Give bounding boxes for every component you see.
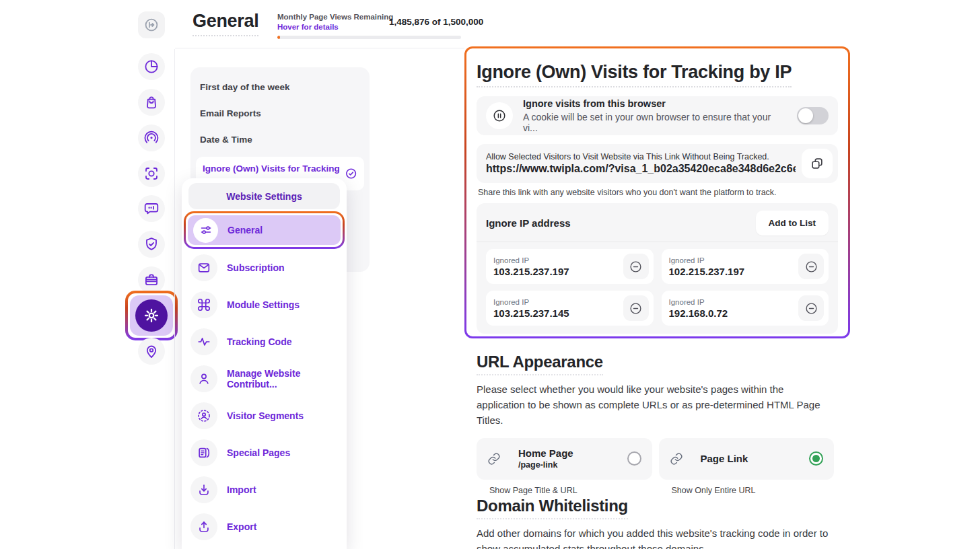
menu-item-tracking-code[interactable]: Tracking Code [188, 328, 340, 355]
copy-icon [810, 156, 825, 171]
ip-list-label: Ignore IP address [486, 217, 571, 229]
ignore-ip-panel: Ignore (Own) Visits for Tracking by IP I… [466, 48, 848, 336]
radar-icon[interactable] [138, 124, 165, 151]
menu-item-export[interactable]: Export [188, 513, 340, 540]
remove-ip-button[interactable] [798, 295, 824, 321]
ip-list-box: Ignore IP address Add to List Ignored IP… [477, 203, 838, 334]
pause-circle-icon [486, 102, 513, 129]
menu-item-label: Visitor Segments [227, 410, 304, 421]
option-caption: Show Only Entire URL [659, 486, 835, 495]
url-appearance-description: Please select whether you would like you… [477, 382, 834, 429]
ignored-ip-value: 192.168.0.72 [669, 307, 728, 319]
ignored-ip-label: Ignored IP [493, 256, 569, 264]
add-to-list-button[interactable]: Add to List [756, 211, 829, 235]
menu-item-label: Module Settings [227, 299, 300, 310]
pulse-icon [190, 328, 217, 355]
annotation-highlight-panel: Ignore (Own) Visits for Tracking by IP I… [464, 46, 850, 338]
rail-divider [174, 49, 175, 549]
settings-item-first-day[interactable]: First day of the week [196, 74, 364, 100]
menu-item-label: General [228, 225, 262, 235]
ip-divider [477, 242, 838, 242]
option-subtitle: /page-link [518, 460, 573, 470]
annotation-highlight-general: General [184, 211, 345, 249]
menu-item-label: Manage Website Contribut... [227, 368, 340, 390]
ignored-ip-label: Ignored IP [669, 256, 745, 264]
domain-whitelisting-description: Add other domains for which you added th… [477, 526, 834, 549]
visitor-segments-icon [190, 402, 217, 429]
usage-progress-bar [277, 36, 461, 39]
usage-progress-fill [277, 36, 280, 39]
import-icon [190, 476, 217, 503]
ignored-ip-card: Ignored IP 103.215.237.145 [486, 291, 654, 326]
browser-toggle-switch[interactable] [797, 107, 829, 124]
special-pages-icon [190, 439, 217, 466]
copy-link-button[interactable] [802, 149, 833, 178]
check-circle-icon [345, 167, 357, 180]
menu-item-manage-contributors[interactable]: Manage Website Contribut... [188, 365, 340, 392]
browser-toggle-row: Ignore visits from this browser A cookie… [477, 96, 838, 135]
page-title: General [193, 11, 258, 36]
minus-circle-icon [629, 301, 643, 316]
icon-rail [0, 0, 174, 549]
menu-item-import[interactable]: Import [188, 476, 340, 503]
minus-circle-icon [804, 260, 818, 274]
pie-chart-icon[interactable] [138, 53, 165, 80]
user-icon [190, 365, 217, 392]
header-divider [175, 48, 464, 48]
ignored-ip-value: 103.215.237.197 [493, 266, 569, 277]
ignored-ip-label: Ignored IP [493, 298, 569, 306]
option-title: Page Link [701, 453, 748, 464]
remove-ip-button[interactable] [623, 295, 649, 321]
settings-item-email-reports[interactable]: Email Reports [196, 100, 364, 126]
menu-item-special-pages[interactable]: Special Pages [188, 439, 340, 466]
menu-header: Website Settings [188, 183, 340, 209]
shopping-bag-icon[interactable] [138, 89, 165, 116]
url-appearance-title: URL Appearance [477, 353, 603, 375]
menu-item-visitor-segments[interactable]: Visitor Segments [188, 402, 340, 429]
menu-item-label: Tracking Code [227, 336, 291, 347]
settings-item-date-time[interactable]: Date & Time [196, 126, 364, 153]
menu-item-module-settings[interactable]: Module Settings [188, 291, 340, 318]
menu-item-subscription[interactable]: Subscription [188, 254, 340, 281]
ignored-ip-value: 102.215.237.197 [669, 266, 745, 277]
envelope-icon [190, 254, 217, 281]
open-panel-arrow-icon[interactable] [138, 11, 165, 38]
url-appearance-section: URL Appearance Please select whether you… [477, 353, 834, 495]
annotation-highlight-settings [125, 291, 178, 340]
option-page-link[interactable]: Page Link [659, 438, 835, 480]
usage-details-link[interactable]: Hover for details [277, 23, 393, 31]
command-icon [190, 291, 217, 318]
link-icon [487, 452, 501, 466]
radio-selected[interactable] [809, 451, 823, 466]
sliders-icon [193, 218, 218, 243]
remove-ip-button[interactable] [798, 254, 824, 279]
chat-icon[interactable] [138, 195, 165, 222]
menu-item-label: Import [227, 484, 256, 495]
usage-block: Monthly Page Views Remaining Hover for d… [277, 13, 393, 31]
export-icon [190, 513, 217, 540]
tracking-link-row: Allow Selected Visitors to Visit Website… [477, 144, 838, 183]
minus-circle-icon [804, 301, 818, 316]
tracking-link-url: https://www.twipla.com/?visa_1_b02a35420… [486, 163, 796, 175]
menu-item-general[interactable]: General [188, 215, 341, 245]
radio-unselected[interactable] [627, 451, 641, 466]
link-icon [670, 452, 683, 466]
domain-whitelisting-section: Domain Whitelisting Add other domains fo… [477, 497, 834, 549]
website-settings-menu: Website Settings General Subscription Mo… [182, 178, 347, 549]
option-caption: Show Page Title & URL [477, 486, 652, 495]
remove-ip-button[interactable] [623, 254, 649, 279]
usage-value: 1,485,876 of 1,500,000 [389, 17, 470, 27]
sidebar-item-settings[interactable] [130, 295, 173, 336]
settings-gear-icon [135, 299, 168, 332]
panel-title: Ignore (Own) Visits for Tracking by IP [477, 62, 792, 87]
focus-icon[interactable] [138, 160, 165, 187]
shield-check-icon[interactable] [138, 231, 165, 258]
option-home-page[interactable]: Home Page /page-link [477, 438, 652, 480]
tracking-link-label: Allow Selected Visitors to Visit Website… [486, 152, 796, 161]
menu-item-label: Special Pages [227, 447, 290, 458]
toggle-description: A cookie will be set in your own browser… [523, 112, 787, 133]
location-pin-icon[interactable] [138, 338, 165, 365]
domain-whitelisting-title: Domain Whitelisting [477, 497, 628, 519]
briefcase-icon[interactable] [138, 266, 165, 293]
usage-label: Monthly Page Views Remaining [277, 13, 393, 21]
